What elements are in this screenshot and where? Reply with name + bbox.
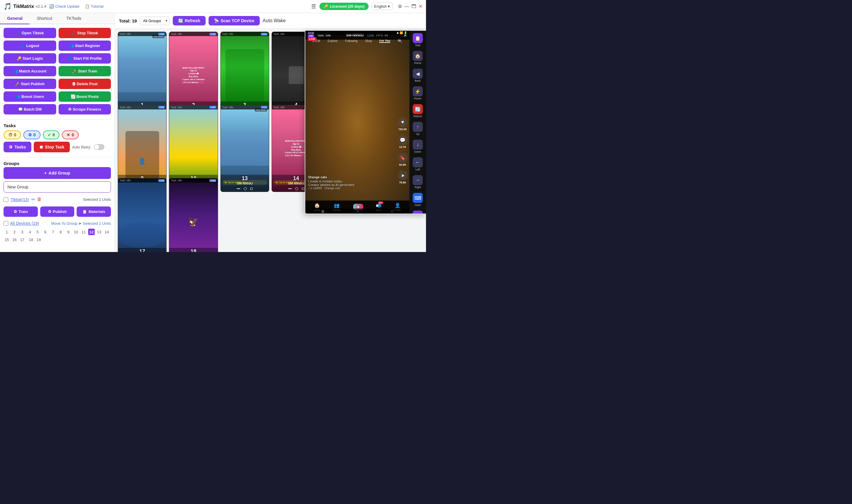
device-card-13[interactable]: Task: Idle USB Your friend 13 SM-N950U 🌤… — [220, 105, 269, 192]
title-bar: 🎵 TikMatrix v2.1.4 🔄 Check Update 📋 Tuto… — [0, 0, 426, 13]
device-status-bar-2: Task: Idle USB — [169, 32, 217, 36]
language-selector[interactable]: English ▾ — [371, 3, 393, 10]
start-login-button[interactable]: 🔑 Start Login — [3, 53, 56, 64]
page-18[interactable]: 18 — [28, 236, 34, 243]
popup-tiktok-screen[interactable]: 13:31 ▶ 📶 🔋 LIVE STEM Ex — [305, 31, 410, 214]
delete-post-button[interactable]: 🗑 Delete Post — [58, 79, 111, 89]
groups-section-title: Groups — [0, 159, 114, 167]
panel-down-button[interactable]: ↓ Down — [413, 140, 423, 153]
scan-icon: 📡 — [214, 18, 219, 23]
start-register-button[interactable]: 👥 Start Register — [58, 40, 111, 51]
check-update-link[interactable]: 🔄 Check Update — [49, 4, 79, 8]
panel-right-button[interactable]: → Right — [413, 175, 423, 189]
materials-button[interactable]: 📋 Materials — [77, 206, 111, 217]
nav-shop[interactable]: Shop — [365, 39, 372, 42]
page-1[interactable]: 1 — [3, 229, 10, 235]
nav-recent[interactable]: □ — [392, 210, 393, 213]
nav-home[interactable]: ○ — [357, 210, 359, 213]
device-card-17[interactable]: Task: Idle USB 17 SM-N950U 🌤Tap for weat… — [118, 178, 166, 252]
add-group-button[interactable]: + Add Group — [3, 167, 111, 179]
page-17[interactable]: 17 — [19, 236, 25, 243]
nav-explore[interactable]: Explore — [327, 39, 338, 42]
tasks-icon: ⚙ — [9, 145, 13, 149]
group-edit-icon[interactable]: ✏ — [31, 197, 35, 202]
counter-failed-icon: ✕ — [67, 132, 70, 137]
start-fill-profile-button[interactable]: 👤 Start Fill Profile — [58, 53, 111, 64]
maximize-button[interactable]: 🗖 — [412, 4, 416, 9]
refresh-button[interactable]: 🔄 Refresh — [173, 16, 205, 25]
page-12[interactable]: 12 — [88, 229, 95, 235]
group-tiktok-name[interactable]: Tiktok(13) — [11, 197, 29, 202]
close-button[interactable]: ✕ — [419, 3, 422, 9]
panel-back-button[interactable]: ◀ Back — [413, 69, 423, 82]
scan-tcp-button[interactable]: 📡 Scan TCP Device — [209, 16, 260, 25]
page-9[interactable]: 9 — [65, 229, 72, 235]
train-button[interactable]: ⚙ Train — [3, 206, 38, 217]
match-account-button[interactable]: 👥 Match Account — [3, 66, 56, 76]
panel-reboot-button[interactable]: 🔄 Reboot — [413, 104, 423, 118]
page-10[interactable]: 10 — [73, 229, 79, 235]
batch-dm-button[interactable]: 💬 Batch DM — [3, 104, 56, 114]
all-devices-label[interactable]: All Devices (19) — [10, 221, 39, 226]
publish-button[interactable]: ⚙ Publish — [40, 206, 75, 217]
device-conn-1: USB — [158, 33, 165, 36]
group-select[interactable]: All Groups — [140, 17, 170, 25]
logout-button[interactable]: 👤 Logout — [3, 40, 56, 51]
panel-power-button[interactable]: ⚡ Power — [413, 86, 423, 100]
group-delete-icon[interactable]: 🗑 — [37, 197, 42, 202]
page-4[interactable]: 4 — [26, 229, 33, 235]
panel-input-button[interactable]: ⌨ Input — [413, 193, 423, 206]
stop-task-button[interactable]: ⏹ Stop Task — [34, 142, 70, 152]
panel-left-button[interactable]: ← Left — [413, 157, 423, 171]
move-to-group[interactable]: Move To Group ➤ Selected 1 Units — [51, 221, 111, 226]
tab-tktools[interactable]: TKTools — [59, 13, 88, 24]
device-card-18[interactable]: Task: Idle USB 🦅 18 SM-N950U 🌤Tap for we… — [169, 178, 218, 252]
settings-icon[interactable]: ⚙ — [398, 3, 402, 9]
popup-right-panel: 📋 Task 🏠 Home ◀ Back ⚡ Power 🔄 Rebo — [410, 31, 426, 214]
auto-retry-toggle[interactable] — [94, 144, 105, 150]
comment-icon-item[interactable]: 💬 13.7K — [398, 135, 407, 148]
page-7[interactable]: 7 — [50, 229, 56, 235]
page-13[interactable]: 13 — [96, 229, 102, 235]
licensed-button[interactable]: 🔑 Licensed (20 days) — [320, 3, 368, 10]
page-6[interactable]: 6 — [42, 229, 49, 235]
panel-debug-button[interactable]: 🐛 Debug — [413, 211, 423, 214]
page-19[interactable]: 19 — [36, 236, 42, 243]
panel-up-button[interactable]: ↑ Up — [413, 122, 423, 136]
share-icon-item[interactable]: ➤ 78.8K — [398, 170, 407, 184]
tutorial-link[interactable]: 📋 Tutorial — [85, 4, 104, 8]
page-15[interactable]: 15 — [3, 236, 10, 243]
stop-tiktok-button[interactable]: 🎵 Stop Tiktok — [58, 28, 111, 38]
device-conn-13: USB — [261, 106, 268, 109]
page-16[interactable]: 16 — [11, 236, 18, 243]
boost-users-button[interactable]: 👥 Boost Users — [3, 91, 56, 102]
page-2[interactable]: 2 — [11, 229, 18, 235]
content-header: Total: 19 All Groups 🔄 Refresh 📡 Scan TC… — [115, 13, 426, 29]
nav-following[interactable]: Following — [345, 39, 358, 42]
hamburger-menu[interactable]: ☰ — [311, 3, 316, 10]
panel-home-button[interactable]: 🏠 Home — [413, 51, 423, 65]
like-icon-item[interactable]: ♥ 720.2K — [398, 117, 407, 131]
panel-task-button[interactable]: 📋 Task — [413, 33, 423, 47]
minimize-button[interactable]: — — [404, 4, 409, 9]
tasks-button[interactable]: ⚙ Tasks — [3, 142, 31, 152]
boost-posts-button[interactable]: 📈 Boost Posts — [58, 91, 111, 102]
start-publish-button[interactable]: 🚀 Start Publish — [3, 79, 56, 89]
all-devices-checkbox[interactable] — [3, 221, 8, 226]
group-name-input[interactable] — [3, 181, 111, 193]
nav-back[interactable]: ||| — [322, 210, 324, 213]
page-8[interactable]: 8 — [57, 229, 64, 235]
page-14[interactable]: 14 — [104, 229, 110, 235]
bookmark-icon-item[interactable]: 🔖 50.8K — [398, 152, 407, 166]
page-5[interactable]: 5 — [34, 229, 41, 235]
group-tiktok-checkbox[interactable] — [3, 197, 8, 202]
scrape-flowers-button[interactable]: ⚙ Scrape Flowers — [58, 104, 111, 114]
page-11[interactable]: 11 — [80, 229, 87, 235]
tab-general[interactable]: General — [0, 13, 30, 24]
open-tiktok-button[interactable]: 🎵 Open Tiktok — [3, 28, 56, 38]
page-3[interactable]: 3 — [19, 229, 25, 235]
nav-sq-14 — [302, 187, 304, 190]
tab-shortcut[interactable]: Shortcut — [30, 13, 59, 24]
start-train-button[interactable]: 🚀 Start Train — [58, 66, 111, 76]
caption-title: Orange cats — [308, 175, 392, 179]
